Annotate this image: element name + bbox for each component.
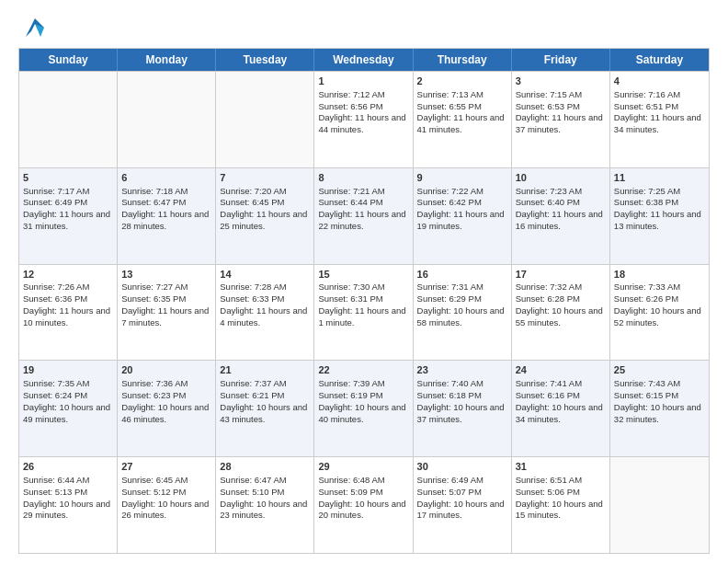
- calendar-row-0: 1Sunrise: 7:12 AM Sunset: 6:56 PM Daylig…: [19, 71, 709, 167]
- day-info: Sunrise: 7:18 AM Sunset: 6:47 PM Dayligh…: [121, 186, 209, 231]
- day-number: 20: [121, 363, 211, 377]
- day-info: Sunrise: 6:47 AM Sunset: 5:10 PM Dayligh…: [220, 475, 307, 520]
- day-info: Sunrise: 7:39 AM Sunset: 6:19 PM Dayligh…: [318, 378, 405, 423]
- cal-cell-2-1: 13Sunrise: 7:27 AM Sunset: 6:35 PM Dayli…: [118, 265, 216, 361]
- logo-icon: [22, 15, 48, 40]
- day-number: 13: [121, 268, 211, 282]
- cal-cell-2-6: 18Sunrise: 7:33 AM Sunset: 6:26 PM Dayli…: [610, 265, 709, 361]
- cal-cell-1-3: 8Sunrise: 7:21 AM Sunset: 6:44 PM Daylig…: [314, 168, 413, 264]
- cal-cell-0-4: 2Sunrise: 7:13 AM Sunset: 6:55 PM Daylig…: [414, 72, 512, 167]
- day-number: 9: [417, 171, 507, 185]
- day-info: Sunrise: 7:30 AM Sunset: 6:31 PM Dayligh…: [318, 282, 405, 327]
- cal-cell-2-3: 15Sunrise: 7:30 AM Sunset: 6:31 PM Dayli…: [314, 265, 413, 361]
- cal-cell-3-1: 20Sunrise: 7:36 AM Sunset: 6:23 PM Dayli…: [118, 361, 216, 456]
- header-tuesday: Tuesday: [216, 49, 314, 71]
- day-number: 16: [417, 268, 507, 282]
- cal-cell-3-5: 24Sunrise: 7:41 AM Sunset: 6:16 PM Dayli…: [512, 361, 610, 456]
- day-info: Sunrise: 7:25 AM Sunset: 6:38 PM Dayligh…: [614, 186, 701, 231]
- day-info: Sunrise: 7:20 AM Sunset: 6:45 PM Dayligh…: [220, 186, 307, 231]
- cal-cell-0-0: [19, 72, 118, 167]
- day-info: Sunrise: 7:33 AM Sunset: 6:26 PM Dayligh…: [614, 282, 701, 327]
- day-info: Sunrise: 7:22 AM Sunset: 6:42 PM Dayligh…: [417, 186, 505, 231]
- day-info: Sunrise: 7:43 AM Sunset: 6:15 PM Dayligh…: [614, 378, 701, 423]
- cal-cell-3-0: 19Sunrise: 7:35 AM Sunset: 6:24 PM Dayli…: [19, 361, 118, 456]
- day-info: Sunrise: 7:12 AM Sunset: 6:56 PM Dayligh…: [318, 89, 405, 134]
- day-info: Sunrise: 7:41 AM Sunset: 6:16 PM Dayligh…: [516, 378, 603, 423]
- day-info: Sunrise: 6:49 AM Sunset: 5:07 PM Dayligh…: [417, 475, 505, 520]
- cal-cell-3-3: 22Sunrise: 7:39 AM Sunset: 6:19 PM Dayli…: [314, 361, 413, 456]
- header-saturday: Saturday: [610, 49, 709, 71]
- day-number: 14: [220, 268, 310, 282]
- day-number: 11: [614, 171, 705, 185]
- cal-cell-1-6: 11Sunrise: 7:25 AM Sunset: 6:38 PM Dayli…: [610, 168, 709, 264]
- cal-cell-0-1: [118, 72, 216, 167]
- cal-cell-2-4: 16Sunrise: 7:31 AM Sunset: 6:29 PM Dayli…: [414, 265, 512, 361]
- day-info: Sunrise: 6:45 AM Sunset: 5:12 PM Dayligh…: [121, 475, 209, 520]
- day-number: 30: [417, 460, 507, 474]
- header-monday: Monday: [118, 49, 216, 71]
- cal-cell-0-3: 1Sunrise: 7:12 AM Sunset: 6:56 PM Daylig…: [314, 72, 413, 167]
- day-number: 2: [417, 75, 507, 88]
- cal-cell-0-6: 4Sunrise: 7:16 AM Sunset: 6:51 PM Daylig…: [610, 72, 709, 167]
- day-number: 24: [516, 363, 606, 377]
- day-info: Sunrise: 7:28 AM Sunset: 6:33 PM Dayligh…: [220, 282, 307, 327]
- cal-cell-0-5: 3Sunrise: 7:15 AM Sunset: 6:53 PM Daylig…: [512, 72, 610, 167]
- day-info: Sunrise: 6:51 AM Sunset: 5:06 PM Dayligh…: [516, 475, 603, 520]
- day-number: 26: [23, 460, 113, 474]
- day-number: 3: [516, 75, 606, 88]
- cal-cell-4-4: 30Sunrise: 6:49 AM Sunset: 5:07 PM Dayli…: [414, 457, 512, 553]
- calendar-row-1: 5Sunrise: 7:17 AM Sunset: 6:49 PM Daylig…: [19, 167, 709, 264]
- day-info: Sunrise: 7:35 AM Sunset: 6:24 PM Dayligh…: [23, 378, 110, 423]
- day-info: Sunrise: 7:40 AM Sunset: 6:18 PM Dayligh…: [417, 378, 505, 423]
- day-number: 1: [318, 75, 408, 88]
- day-number: 17: [516, 268, 606, 282]
- cal-cell-1-4: 9Sunrise: 7:22 AM Sunset: 6:42 PM Daylig…: [414, 168, 512, 264]
- day-number: 23: [417, 363, 507, 377]
- day-number: 29: [318, 460, 408, 474]
- cal-cell-4-2: 28Sunrise: 6:47 AM Sunset: 5:10 PM Dayli…: [216, 457, 314, 553]
- logo: [18, 15, 48, 40]
- cal-cell-4-5: 31Sunrise: 6:51 AM Sunset: 5:06 PM Dayli…: [512, 457, 610, 553]
- cal-cell-4-0: 26Sunrise: 6:44 AM Sunset: 5:13 PM Dayli…: [19, 457, 118, 553]
- day-number: 15: [318, 268, 408, 282]
- calendar-body: 1Sunrise: 7:12 AM Sunset: 6:56 PM Daylig…: [19, 71, 709, 553]
- day-number: 21: [220, 363, 310, 377]
- cal-cell-2-2: 14Sunrise: 7:28 AM Sunset: 6:33 PM Dayli…: [216, 265, 314, 361]
- cal-cell-1-1: 6Sunrise: 7:18 AM Sunset: 6:47 PM Daylig…: [118, 168, 216, 264]
- day-number: 19: [23, 363, 113, 377]
- cal-cell-3-2: 21Sunrise: 7:37 AM Sunset: 6:21 PM Dayli…: [216, 361, 314, 456]
- day-info: Sunrise: 7:36 AM Sunset: 6:23 PM Dayligh…: [121, 378, 209, 423]
- cal-cell-0-2: [216, 72, 314, 167]
- calendar-header: Sunday Monday Tuesday Wednesday Thursday…: [19, 49, 709, 71]
- cal-cell-3-6: 25Sunrise: 7:43 AM Sunset: 6:15 PM Dayli…: [610, 361, 709, 456]
- page: Sunday Monday Tuesday Wednesday Thursday…: [0, 0, 728, 563]
- day-info: Sunrise: 7:16 AM Sunset: 6:51 PM Dayligh…: [614, 89, 701, 134]
- day-info: Sunrise: 7:13 AM Sunset: 6:55 PM Dayligh…: [417, 89, 505, 134]
- day-number: 7: [220, 171, 310, 185]
- header: [18, 15, 710, 40]
- cal-cell-4-3: 29Sunrise: 6:48 AM Sunset: 5:09 PM Dayli…: [314, 457, 413, 553]
- cal-cell-1-0: 5Sunrise: 7:17 AM Sunset: 6:49 PM Daylig…: [19, 168, 118, 264]
- calendar-row-3: 19Sunrise: 7:35 AM Sunset: 6:24 PM Dayli…: [19, 360, 709, 456]
- day-number: 5: [23, 171, 113, 185]
- cal-cell-3-4: 23Sunrise: 7:40 AM Sunset: 6:18 PM Dayli…: [414, 361, 512, 456]
- day-number: 25: [614, 363, 705, 377]
- day-info: Sunrise: 7:15 AM Sunset: 6:53 PM Dayligh…: [516, 89, 603, 134]
- day-number: 10: [516, 171, 606, 185]
- svg-marker-1: [35, 24, 44, 37]
- day-info: Sunrise: 7:32 AM Sunset: 6:28 PM Dayligh…: [516, 282, 603, 327]
- calendar: Sunday Monday Tuesday Wednesday Thursday…: [18, 48, 710, 554]
- day-number: 27: [121, 460, 211, 474]
- day-info: Sunrise: 7:23 AM Sunset: 6:40 PM Dayligh…: [516, 186, 603, 231]
- cal-cell-1-2: 7Sunrise: 7:20 AM Sunset: 6:45 PM Daylig…: [216, 168, 314, 264]
- day-info: Sunrise: 7:26 AM Sunset: 6:36 PM Dayligh…: [23, 282, 110, 327]
- header-sunday: Sunday: [19, 49, 118, 71]
- header-thursday: Thursday: [414, 49, 512, 71]
- header-wednesday: Wednesday: [314, 49, 413, 71]
- day-number: 8: [318, 171, 408, 185]
- day-info: Sunrise: 7:17 AM Sunset: 6:49 PM Dayligh…: [23, 186, 110, 231]
- calendar-row-4: 26Sunrise: 6:44 AM Sunset: 5:13 PM Dayli…: [19, 456, 709, 553]
- day-info: Sunrise: 6:44 AM Sunset: 5:13 PM Dayligh…: [23, 475, 110, 520]
- day-number: 4: [614, 75, 705, 88]
- cal-cell-4-6: [610, 457, 709, 553]
